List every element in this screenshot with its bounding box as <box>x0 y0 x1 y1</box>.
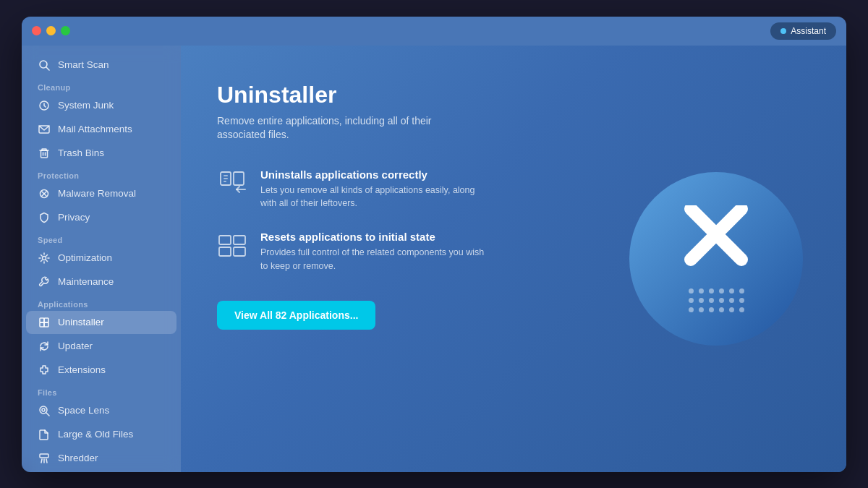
privacy-icon <box>38 211 51 224</box>
svg-rect-37 <box>219 247 231 256</box>
svg-line-29 <box>46 459 47 463</box>
sidebar-item-label: Maintenance <box>58 276 114 287</box>
optimization-icon <box>38 252 51 265</box>
sidebar-item-label: Shredder <box>58 453 98 463</box>
svg-line-15 <box>46 260 48 262</box>
feature-icon-resets <box>217 231 247 261</box>
sidebar-item-label: Privacy <box>58 212 90 223</box>
mail-icon <box>38 123 51 136</box>
svg-point-25 <box>42 408 45 411</box>
sidebar-item-label: System Junk <box>58 100 114 111</box>
svg-line-17 <box>41 260 43 262</box>
sidebar-item-uninstaller[interactable]: Uninstaller <box>26 311 176 334</box>
svg-rect-19 <box>40 318 44 322</box>
feature-description-2: Provides full control of the related com… <box>260 246 492 273</box>
shredder-icon <box>38 452 51 465</box>
sidebar-item-extensions[interactable]: Extensions <box>26 359 176 382</box>
section-label-files: Files <box>22 382 181 398</box>
sidebar-item-label: Malware Removal <box>58 188 136 199</box>
sidebar-item-malware-removal[interactable]: Malware Removal <box>26 182 176 205</box>
assistant-button[interactable]: Assistant <box>770 22 836 40</box>
svg-rect-22 <box>44 322 48 327</box>
close-button[interactable] <box>32 26 41 35</box>
svg-line-16 <box>46 254 48 256</box>
section-label-protection: Protection <box>22 166 181 181</box>
extensions-icon <box>38 364 51 377</box>
sidebar-item-label: Updater <box>58 341 93 351</box>
svg-line-1 <box>46 67 49 70</box>
dots-decoration <box>689 288 744 312</box>
sidebar-item-system-junk[interactable]: System Junk <box>26 94 176 117</box>
svg-rect-21 <box>40 322 44 327</box>
uninstaller-icon <box>38 316 51 329</box>
assistant-label: Assistant <box>791 26 826 36</box>
page-subtitle: Remove entire applications, including al… <box>217 114 470 142</box>
sidebar-item-label: Mail Attachments <box>58 124 132 134</box>
svg-rect-26 <box>40 454 48 458</box>
svg-rect-20 <box>44 318 48 322</box>
feature-heading-1: Uninstalls applications correctly <box>260 168 492 181</box>
feature-item-resets: Resets applications to initial state Pro… <box>217 231 521 273</box>
sidebar-item-label: Space Lens <box>58 405 109 416</box>
assistant-dot-icon <box>780 28 786 34</box>
feature-description-1: Lets you remove all kinds of application… <box>260 184 492 211</box>
sidebar-item-smart-scan[interactable]: Smart Scan <box>26 53 176 77</box>
sidebar-item-label: Trash Bins <box>58 147 104 158</box>
section-label-applications: Applications <box>22 294 181 310</box>
sidebar-item-trash-bins[interactable]: Trash Bins <box>26 142 176 165</box>
sidebar: Smart Scan Cleanup System Junk <box>22 46 181 472</box>
page-title: Uninstaller <box>217 82 810 108</box>
traffic-lights <box>32 26 70 35</box>
maintenance-icon <box>38 275 51 288</box>
sidebar-item-maintenance[interactable]: Maintenance <box>26 270 176 294</box>
feature-item-uninstalls: Uninstalls applications correctly Lets y… <box>217 168 521 211</box>
sidebar-item-updater[interactable]: Updater <box>26 335 176 358</box>
svg-rect-31 <box>224 175 228 176</box>
smart-scan-icon <box>38 59 51 72</box>
sidebar-item-label: Optimization <box>58 252 112 263</box>
system-junk-icon <box>38 99 51 112</box>
sidebar-item-label: Smart Scan <box>58 59 109 70</box>
app-body: Smart Scan Cleanup System Junk <box>22 46 846 472</box>
space-lens-icon <box>38 404 51 417</box>
main-window: Assistant Smart Scan Cleanup <box>22 17 846 472</box>
sidebar-item-large-old-files[interactable]: Large & Old Files <box>26 423 176 446</box>
minimize-button[interactable] <box>46 26 56 35</box>
sidebar-item-label: Uninstaller <box>58 317 104 328</box>
files-icon <box>38 428 51 441</box>
section-label-cleanup: Cleanup <box>22 77 181 93</box>
svg-rect-32 <box>224 178 228 179</box>
trash-icon <box>38 147 51 160</box>
svg-rect-33 <box>224 181 226 182</box>
feature-text-resets: Resets applications to initial state Pro… <box>260 231 492 273</box>
maximize-button[interactable] <box>61 26 70 35</box>
feature-list: Uninstalls applications correctly Lets y… <box>217 168 521 273</box>
svg-rect-36 <box>219 236 231 244</box>
svg-rect-4 <box>41 150 48 158</box>
sidebar-item-mail-attachments[interactable]: Mail Attachments <box>26 118 176 141</box>
x-logo <box>680 205 752 280</box>
malware-icon <box>38 187 51 200</box>
svg-point-18 <box>43 256 46 260</box>
svg-line-27 <box>41 459 42 463</box>
updater-icon <box>38 340 51 353</box>
sidebar-item-privacy[interactable]: Privacy <box>26 206 176 229</box>
main-content: Uninstaller Remove entire applications, … <box>181 46 846 472</box>
sidebar-item-label: Large & Old Files <box>58 429 133 440</box>
sidebar-item-shredder[interactable]: Shredder <box>26 447 176 470</box>
view-all-button[interactable]: View All 82 Applications... <box>217 301 375 330</box>
feature-text-uninstalls: Uninstalls applications correctly Lets y… <box>260 168 492 211</box>
svg-rect-34 <box>234 172 244 185</box>
feature-heading-2: Resets applications to initial state <box>260 231 492 243</box>
svg-line-24 <box>46 413 49 416</box>
section-label-speed: Speed <box>22 230 181 246</box>
feature-icon-uninstalls <box>217 168 247 199</box>
sidebar-item-optimization[interactable]: Optimization <box>26 247 176 270</box>
sidebar-item-space-lens[interactable]: Space Lens <box>26 399 176 422</box>
svg-rect-39 <box>234 247 245 256</box>
app-icon-circle <box>629 172 803 346</box>
svg-rect-38 <box>234 236 245 244</box>
svg-line-14 <box>41 254 43 256</box>
titlebar: Assistant <box>22 17 846 46</box>
sidebar-item-label: Extensions <box>58 364 106 375</box>
